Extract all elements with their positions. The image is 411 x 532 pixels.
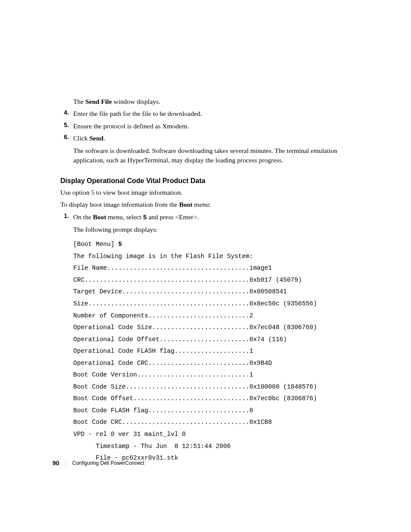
step-number: 4. xyxy=(60,109,73,116)
mono-line: Boot Code CRC...........................… xyxy=(73,419,272,426)
step-body: Click Send. The software is downloaded. … xyxy=(73,134,364,165)
step-subtext: The software is downloaded. Software dow… xyxy=(73,146,364,165)
mono-line: Size....................................… xyxy=(73,300,317,307)
step1-mid: menu, select xyxy=(106,213,143,221)
body-paragraph: To display boot image information from t… xyxy=(60,200,364,209)
mono-line: Boot Code Size..........................… xyxy=(73,383,317,390)
step-pre: Click xyxy=(73,134,89,142)
intro-pre: The xyxy=(73,98,85,105)
intro-paragraph: The Send File window displays. xyxy=(73,97,364,106)
section-heading: Display Operational Code Vital Product D… xyxy=(60,177,364,185)
body2-bold: Boot xyxy=(179,201,193,208)
step-6: 6. Click Send. The software is downloade… xyxy=(60,134,364,165)
page-footer: 90 | Configuring Dell PowerConnect xyxy=(53,460,144,467)
mono-line: Operational Code Size...................… xyxy=(73,324,317,331)
mono-line: Boot Code Version.......................… xyxy=(73,371,253,378)
step-5: 5. Ensure the protocol is defined as Xmo… xyxy=(60,121,364,131)
body2-post: menu: xyxy=(193,201,211,208)
step-post: . xyxy=(103,134,105,142)
mono-line: Number of Components....................… xyxy=(73,312,253,319)
step-bold: Send xyxy=(89,134,103,142)
step-body: On the Boot menu, select 5 and press <En… xyxy=(73,212,364,234)
mono-line: Operational Code FLASH flag.............… xyxy=(73,348,253,355)
step-number: 5. xyxy=(60,121,73,128)
step-subtext: The following prompt displays: xyxy=(73,225,364,234)
intro-bold: Send File xyxy=(85,98,112,105)
mono-input: 5 xyxy=(118,241,122,248)
step-body: Ensure the protocol is defined as Xmodem… xyxy=(73,121,364,131)
document-page: The Send File window displays. 4. Enter … xyxy=(0,0,411,464)
body2-pre: To display boot image information from t… xyxy=(60,201,179,208)
footer-separator: | xyxy=(65,460,66,466)
mono-line: Boot Code FLASH flag....................… xyxy=(73,407,253,414)
mono-line: Operational Code CRC....................… xyxy=(73,360,272,367)
step-1: 1. On the Boot menu, select 5 and press … xyxy=(60,212,364,234)
page-number: 90 xyxy=(53,460,59,467)
mono-line: The following image is in the Flash File… xyxy=(73,253,253,260)
step-number: 1. xyxy=(60,212,73,219)
mono-line: VPD - rel 0 ver 31 maint_lvl 0 xyxy=(73,431,186,438)
step1-pre: On the xyxy=(73,213,93,221)
mono-line: File Name...............................… xyxy=(73,264,272,271)
mono-line: Timestamp - Thu Jun 8 12:51:44 2006 xyxy=(73,443,230,450)
step1-bold2: 5 xyxy=(143,214,147,221)
mono-line: Boot Code Offset........................… xyxy=(73,395,317,402)
mono-prompt: [Boot Menu] xyxy=(73,241,118,248)
step-body: Enter the file path for the file to be d… xyxy=(73,109,364,118)
terminal-output: [Boot Menu] 5 The following image is in … xyxy=(73,239,364,464)
mono-line: Operational Code Offset.................… xyxy=(73,336,287,343)
mono-line: Target Device...........................… xyxy=(73,288,287,295)
step1-post: and press <Enter>. xyxy=(147,213,199,221)
intro-post: window displays. xyxy=(112,98,160,105)
step1-bold1: Boot xyxy=(93,213,106,221)
footer-title: Configuring Dell PowerConnect xyxy=(72,460,144,466)
body-paragraph: Use option 5 to view boot image informat… xyxy=(60,188,364,197)
step-number: 6. xyxy=(60,134,73,140)
step-4: 4. Enter the file path for the file to b… xyxy=(60,109,364,118)
mono-line: CRC.....................................… xyxy=(73,277,302,283)
